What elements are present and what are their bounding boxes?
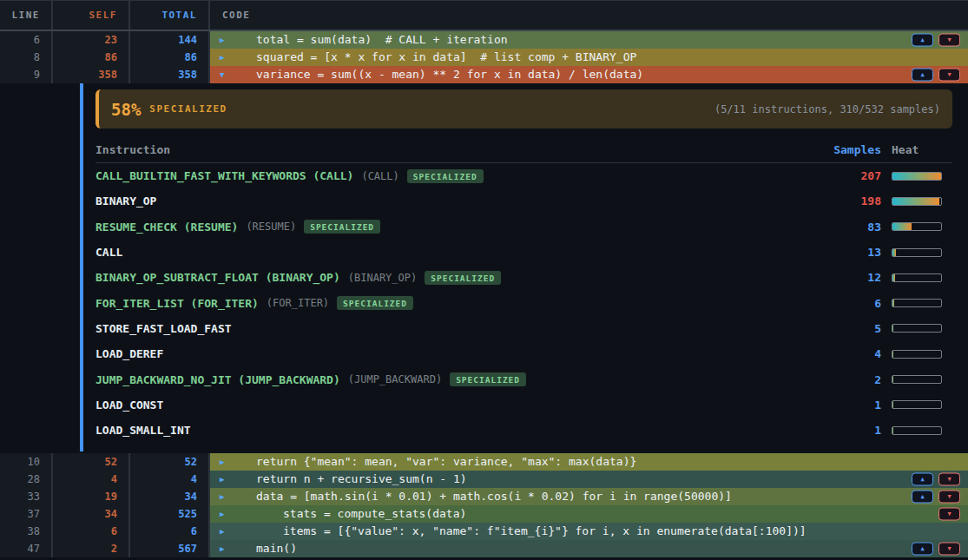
instruction-base-name: (RESUME) [246, 221, 296, 233]
specialized-badge: SPECIALIZED [337, 296, 413, 310]
instruction-row: JUMP_BACKWARD_NO_JIT (JUMP_BACKWARD)(JUM… [95, 366, 952, 392]
col-header-instruction: Instruction [95, 143, 833, 156]
instruction-name-cell: CALL_BUILTIN_FAST_WITH_KEYWORDS (CALL)(C… [95, 169, 833, 183]
jump-to-caller-button[interactable]: ▲ [912, 543, 933, 556]
expand-arrow-icon[interactable]: ▶ [220, 511, 224, 518]
instruction-name-cell: JUMP_BACKWARD_NO_JIT (JUMP_BACKWARD)(JUM… [95, 372, 833, 386]
code-row-line-33: 331934▶data = [math.sin(i * 0.01) + math… [0, 488, 968, 505]
col-header-line: LINE [0, 1, 53, 30]
code-row-line-10: 105252▶return {"mean": mean, "var": vari… [0, 453, 968, 471]
code-cell[interactable]: ▶return {"mean": mean, "var": variance, … [210, 453, 968, 471]
heat-bar [892, 172, 942, 181]
jump-to-caller-button[interactable]: ▲ [912, 34, 933, 47]
nav-buttons: ▲▼ [912, 491, 960, 504]
code-text: squared = [x * x for x in data] # list c… [210, 49, 636, 66]
heat-bar-fill [892, 274, 895, 281]
heat-bar-fill [892, 376, 893, 383]
jump-to-callee-button[interactable]: ▼ [938, 508, 960, 521]
code-cell[interactable]: ▶stats = compute_stats(data)▼ [210, 505, 968, 523]
instruction-row: LOAD_SMALL_INT1 [95, 418, 952, 443]
heat-bar [892, 426, 942, 435]
col-header-code: CODE [210, 1, 968, 30]
jump-to-callee-button[interactable]: ▼ [938, 543, 960, 556]
line-number: 10 [0, 453, 53, 471]
line-number: 37 [0, 505, 53, 523]
heat-bar-fill [892, 427, 893, 434]
heat-bar-fill [892, 300, 894, 306]
expand-arrow-icon[interactable]: ▶ [220, 458, 224, 466]
total-samples: 567 [130, 540, 210, 557]
instruction-samples: 83 [833, 221, 881, 234]
line-number: 9 [0, 66, 53, 83]
self-samples: 34 [53, 505, 130, 523]
instruction-name-cell: LOAD_SMALL_INT [95, 424, 833, 437]
line-number: 28 [0, 471, 53, 488]
expand-arrow-icon[interactable]: ▶ [220, 54, 224, 62]
code-cell[interactable]: ▶main()▲▼ [210, 540, 968, 557]
code-cell[interactable]: ▶total = sum(data) # CALL + iteration▲▼ [210, 31, 968, 49]
expand-arrow-icon[interactable]: ▶ [220, 528, 224, 536]
instruction-name-cell: LOAD_DEREF [95, 347, 833, 360]
code-text: return n + recursive_sum(n - 1) [210, 471, 467, 488]
instruction-name: LOAD_SMALL_INT [95, 424, 191, 437]
instruction-name: CALL_BUILTIN_FAST_WITH_KEYWORDS (CALL) [95, 169, 353, 182]
expand-arrow-icon[interactable]: ▶ [220, 476, 224, 484]
instruction-name-cell: CALL [95, 246, 833, 259]
jump-to-callee-button[interactable]: ▼ [938, 69, 960, 82]
jump-to-caller-button[interactable]: ▲ [912, 69, 933, 82]
collapse-arrow-icon[interactable]: ▼ [220, 71, 224, 79]
instruction-samples: 1 [833, 424, 881, 437]
total-samples: 358 [130, 66, 210, 83]
heat-bar-fill [892, 325, 893, 332]
self-samples: 52 [53, 453, 130, 471]
code-rows-bottom: 105252▶return {"mean": mean, "var": vari… [0, 453, 968, 557]
jump-to-caller-button[interactable]: ▲ [912, 473, 933, 486]
instruction-name: CALL [95, 246, 122, 259]
instruction-samples: 5 [833, 322, 881, 335]
specialized-detail: (5/11 instructions, 310/532 samples) [714, 103, 940, 115]
col-header-samples: Samples [833, 143, 881, 156]
self-samples: 86 [53, 49, 130, 66]
instruction-name: STORE_FAST_LOAD_FAST [95, 322, 232, 335]
instruction-base-name: (FOR_ITER) [267, 297, 329, 309]
heat-bar [892, 248, 942, 257]
heat-bar [892, 400, 942, 409]
jump-to-caller-button[interactable]: ▲ [912, 491, 933, 504]
expand-arrow-icon[interactable]: ▶ [220, 545, 224, 553]
code-rows-top: 623144▶total = sum(data) # CALL + iterat… [0, 31, 968, 83]
jump-to-callee-button[interactable]: ▼ [938, 491, 960, 504]
instruction-row: CALL_BUILTIN_FAST_WITH_KEYWORDS (CALL)(C… [95, 163, 952, 188]
col-header-heat: Heat [892, 143, 944, 156]
instruction-row: BINARY_OP198 [95, 188, 952, 214]
instruction-row: LOAD_DEREF4 [95, 341, 952, 366]
jump-to-callee-button[interactable]: ▼ [938, 34, 960, 47]
code-cell[interactable]: ▶data = [math.sin(i * 0.01) + math.cos(i… [210, 488, 968, 505]
code-text: return {"mean": mean, "var": variance, "… [210, 453, 636, 471]
nav-buttons: ▼ [938, 508, 960, 521]
heat-bar [892, 273, 942, 282]
expand-arrow-icon[interactable]: ▶ [220, 36, 224, 44]
line-number: 47 [0, 540, 53, 557]
code-cell[interactable]: ▼variance = sum((x - mean) ** 2 for x in… [210, 66, 968, 83]
heat-bar-fill [892, 249, 896, 256]
specialized-label: SPECIALIZED [149, 103, 227, 115]
heat-bar-fill [892, 401, 893, 408]
nav-buttons: ▲▼ [912, 34, 960, 47]
code-text: stats = compute_stats(data) [210, 505, 466, 523]
instruction-name-cell: FOR_ITER_LIST (FOR_ITER)(FOR_ITER)SPECIA… [95, 296, 833, 310]
heat-bar [892, 324, 942, 333]
instruction-name: RESUME_CHECK (RESUME) [95, 221, 238, 234]
instruction-name: LOAD_DEREF [95, 347, 163, 360]
code-cell[interactable]: ▶squared = [x * x for x in data] # list … [210, 49, 968, 66]
heat-bar-fill [892, 173, 941, 180]
code-cell[interactable]: ▶return n + recursive_sum(n - 1)▲▼ [210, 471, 968, 488]
expand-arrow-icon[interactable]: ▶ [220, 493, 224, 501]
instruction-row: STORE_FAST_LOAD_FAST5 [95, 316, 952, 341]
instruction-table-header: Instruction Samples Heat [95, 140, 952, 163]
instruction-samples: 6 [833, 297, 881, 310]
col-header-self: SELF [53, 1, 130, 30]
instruction-name: BINARY_OP_SUBTRACT_FLOAT (BINARY_OP) [95, 271, 340, 284]
code-cell[interactable]: ▶items = [{"value": x, "name": f"item_{i… [210, 523, 968, 540]
jump-to-callee-button[interactable]: ▼ [938, 473, 960, 486]
instruction-name: FOR_ITER_LIST (FOR_ITER) [95, 297, 259, 310]
